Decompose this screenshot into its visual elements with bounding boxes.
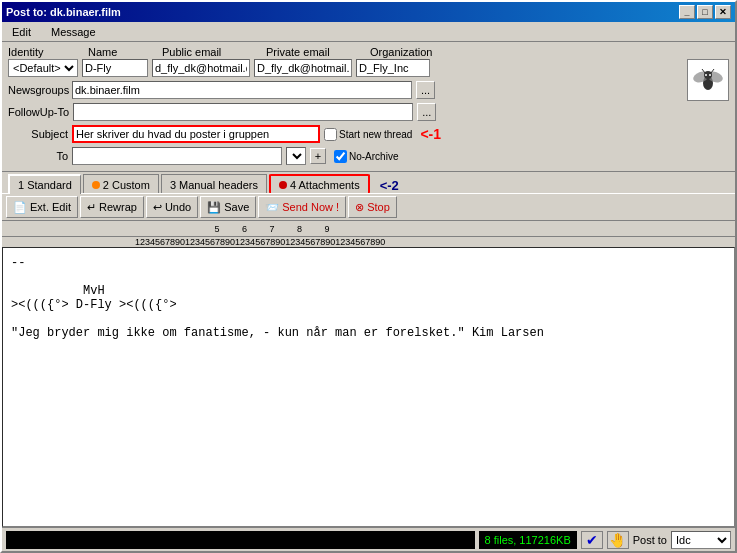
undo-label: Undo (165, 201, 191, 213)
send-now-label: Send Now ! (282, 201, 339, 213)
rewrap-icon: ↵ (87, 201, 96, 214)
to-add-button[interactable]: + (310, 148, 326, 164)
ext-edit-icon: 📄 (13, 201, 27, 214)
to-input[interactable] (72, 147, 282, 165)
to-label: To (8, 150, 68, 162)
stop-button[interactable]: ⊗ Stop (348, 196, 397, 218)
tab-standard-label: 1 Standard (18, 179, 72, 191)
subject-label: Subject (8, 128, 68, 140)
tab-manual-headers[interactable]: 3 Manual headers (161, 174, 267, 194)
to-select[interactable] (286, 147, 306, 165)
org-col-header: Organization (370, 46, 450, 58)
save-button[interactable]: 💾 Save (200, 196, 256, 218)
newsgroups-browse-button[interactable]: ... (416, 81, 435, 99)
name-input[interactable] (82, 59, 148, 77)
followupto-row: FollowUp-To ... (8, 103, 683, 121)
rewrap-label: Rewrap (99, 201, 137, 213)
status-bar: 8 files, 117216KB ✔ 🤚 Post to Idc (2, 527, 735, 551)
minimize-button[interactable]: _ (679, 5, 695, 19)
followupto-browse-button[interactable]: ... (417, 103, 436, 121)
identity-select[interactable]: <Default> (8, 59, 78, 77)
svg-point-7 (709, 74, 711, 76)
newsgroups-input[interactable] (72, 81, 412, 99)
ext-edit-label: Ext. Edit (30, 201, 71, 213)
no-archive-checkbox[interactable] (334, 150, 347, 163)
undo-button[interactable]: ↩ Undo (146, 196, 198, 218)
priv-email-col-header: Private email (266, 46, 366, 58)
identity-row: <Default> (8, 59, 683, 77)
form-area: Identity Name Public email Private email… (2, 42, 735, 171)
followupto-label: FollowUp-To (8, 106, 69, 118)
post-to-label: Post to (633, 534, 667, 546)
tabs-bar: 1 Standard 2 Custom 3 Manual headers 4 A… (2, 171, 735, 193)
pub-email-input[interactable] (152, 59, 250, 77)
menu-message[interactable]: Message (45, 24, 102, 40)
subject-row: Subject Start new thread <-1 (8, 125, 683, 143)
status-file-info: 8 files, 117216KB (479, 531, 577, 549)
tab-custom-dot (92, 181, 100, 189)
status-check-button[interactable]: ✔ (581, 531, 603, 549)
tab-attachments-dot (279, 181, 287, 189)
rewrap-button[interactable]: ↵ Rewrap (80, 196, 144, 218)
window-title: Post to: dk.binaer.film (6, 6, 679, 18)
tab-manual-headers-label: 3 Manual headers (170, 179, 258, 191)
identity-col-header: Identity (8, 46, 84, 58)
avatar-image (689, 61, 727, 99)
stop-label: Stop (367, 201, 390, 213)
tab-custom[interactable]: 2 Custom (83, 174, 159, 194)
no-archive-label: No-Archive (349, 151, 398, 162)
status-hand-button[interactable]: 🤚 (607, 531, 629, 549)
tab-standard[interactable]: 1 Standard (8, 174, 81, 194)
ruler-numbers: 1234567890123456789012345678901234567890… (2, 237, 735, 247)
title-bar-buttons: _ □ ✕ (679, 5, 731, 19)
tab-attachments-label: 4 Attachments (290, 179, 360, 191)
annotation-arrow-2: <-2 (380, 178, 399, 193)
stop-icon: ⊗ (355, 201, 364, 214)
org-input[interactable] (356, 59, 430, 77)
maximize-button[interactable]: □ (697, 5, 713, 19)
annotation-arrow-1: <-1 (420, 126, 441, 142)
close-button[interactable]: ✕ (715, 5, 731, 19)
subject-input[interactable] (72, 125, 320, 143)
ruler: 5 6 7 8 9 (2, 221, 735, 237)
compose-text: -- MvH ><((({°> D-Fly ><((({°> "Jeg bryd… (11, 256, 726, 340)
tab-attachments[interactable]: 4 Attachments (269, 174, 370, 194)
newsgroups-label: Newsgroups (8, 84, 68, 96)
followupto-input[interactable] (73, 103, 413, 121)
send-now-icon: 📨 (265, 201, 279, 214)
undo-icon: ↩ (153, 201, 162, 214)
title-bar: Post to: dk.binaer.film _ □ ✕ (2, 2, 735, 22)
to-row: To + No-Archive (8, 147, 683, 165)
ext-edit-button[interactable]: 📄 Ext. Edit (6, 196, 78, 218)
save-label: Save (224, 201, 249, 213)
name-col-header: Name (88, 46, 158, 58)
priv-email-input[interactable] (254, 59, 352, 77)
header-cols: Identity Name Public email Private email… (8, 46, 729, 58)
send-now-button[interactable]: 📨 Send Now ! (258, 196, 346, 218)
newsgroups-row: Newsgroups ... (8, 81, 683, 99)
svg-point-6 (705, 74, 707, 76)
main-window: Post to: dk.binaer.film _ □ ✕ Edit Messa… (0, 0, 737, 553)
pub-email-col-header: Public email (162, 46, 262, 58)
status-left-panel (6, 531, 475, 549)
compose-area[interactable]: -- MvH ><((({°> D-Fly ><((({°> "Jeg bryd… (2, 247, 735, 527)
menu-bar: Edit Message (2, 22, 735, 42)
start-new-thread-checkbox[interactable] (324, 128, 337, 141)
post-to-select[interactable]: Idc (671, 531, 731, 549)
menu-edit[interactable]: Edit (6, 24, 37, 40)
avatar (687, 59, 729, 101)
tab-custom-label: 2 Custom (103, 179, 150, 191)
save-icon: 💾 (207, 201, 221, 214)
start-new-thread-label: Start new thread (339, 129, 412, 140)
toolbar: 📄 Ext. Edit ↵ Rewrap ↩ Undo 💾 Save 📨 Sen… (2, 193, 735, 221)
ruler-text: 5 6 7 8 9 (132, 224, 330, 234)
